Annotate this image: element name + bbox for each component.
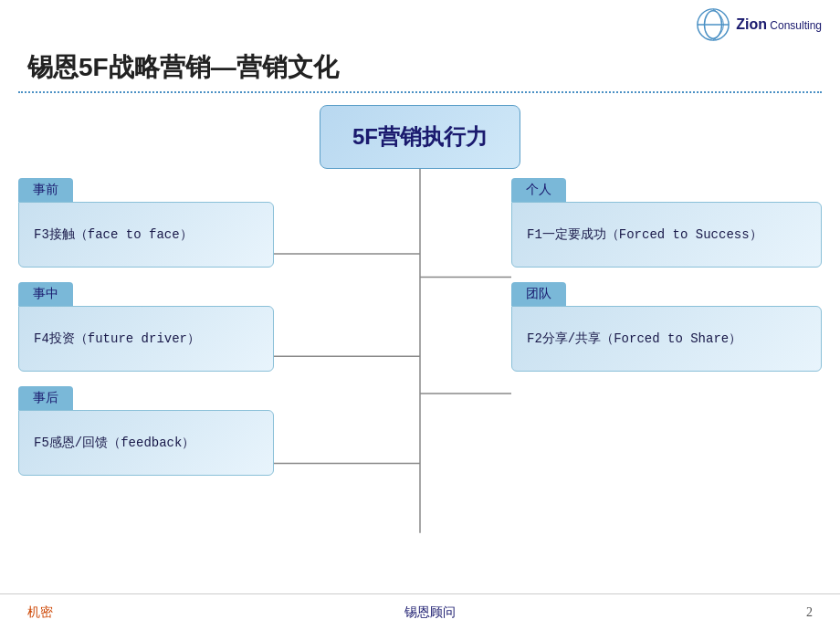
footer-confidential: 机密 (27, 604, 53, 621)
left-group-2: 事中 F4投资（future driver） (18, 282, 274, 372)
logo-icon (696, 7, 730, 42)
footer-company: 锡恩顾问 (404, 604, 456, 621)
right-group-1: 个人 F1一定要成功（Forced to Success） (511, 178, 822, 268)
cat-tab-geren: 个人 (511, 178, 566, 202)
cat-tab-shihou: 事后 (18, 386, 73, 410)
page-title: 锡恩5F战略营销—营销文化 (27, 50, 339, 85)
left-column: 事前 F3接触（face to face） 事中 F4投资（future dri… (18, 105, 274, 490)
right-column: 个人 F1一定要成功（Forced to Success） 团队 F2分享/共享… (511, 105, 822, 386)
cat-tab-shizhong: 事中 (18, 282, 73, 306)
content-card-f4: F4投资（future driver） (18, 306, 274, 372)
right-group-2: 团队 F2分享/共享（Forced to Share） (511, 282, 822, 372)
content-card-f3: F3接触（face to face） (18, 202, 274, 268)
content-card-f5: F5感恩/回馈（feedback） (18, 410, 274, 476)
left-group-1: 事前 F3接触（face to face） (18, 178, 274, 268)
main-diagram: 5F营销执行力 事前 F3接触（face to face） 事中 F4投资（fu… (18, 105, 822, 589)
logo-text: Zion Consulting (736, 16, 822, 33)
footer-page: 2 (806, 605, 813, 620)
content-card-f2: F2分享/共享（Forced to Share） (511, 306, 822, 372)
center-box: 5F营销执行力 (320, 105, 520, 169)
footer: 机密 锡恩顾问 2 (0, 593, 840, 630)
cat-tab-tuandui: 团队 (511, 282, 566, 306)
cat-tab-shiqian: 事前 (18, 178, 73, 202)
content-card-f1: F1一定要成功（Forced to Success） (511, 202, 822, 268)
left-group-3: 事后 F5感恩/回馈（feedback） (18, 386, 274, 476)
logo-area: Zion Consulting (696, 7, 822, 42)
title-divider (18, 91, 822, 93)
